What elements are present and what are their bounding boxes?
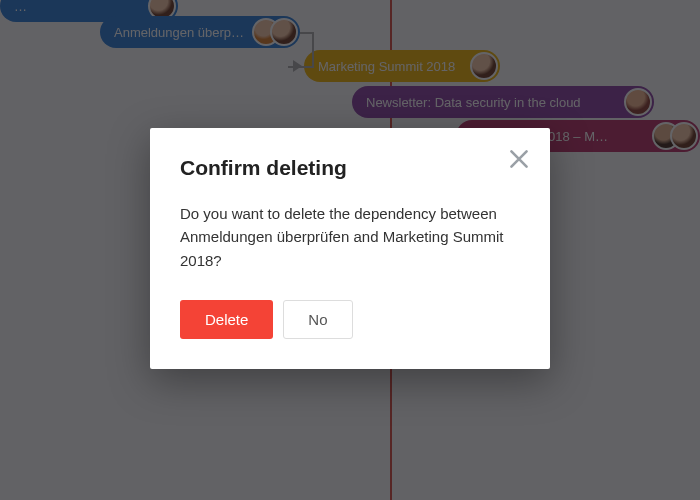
- modal-overlay: Confirm deleting Do you want to delete t…: [0, 0, 700, 500]
- modal-body: Do you want to delete the dependency bet…: [180, 202, 520, 272]
- close-icon: [506, 146, 532, 172]
- confirm-delete-modal: Confirm deleting Do you want to delete t…: [150, 128, 550, 369]
- modal-button-row: Delete No: [180, 300, 520, 339]
- no-button[interactable]: No: [283, 300, 352, 339]
- delete-button[interactable]: Delete: [180, 300, 273, 339]
- close-button[interactable]: [506, 146, 532, 172]
- modal-title: Confirm deleting: [180, 156, 520, 180]
